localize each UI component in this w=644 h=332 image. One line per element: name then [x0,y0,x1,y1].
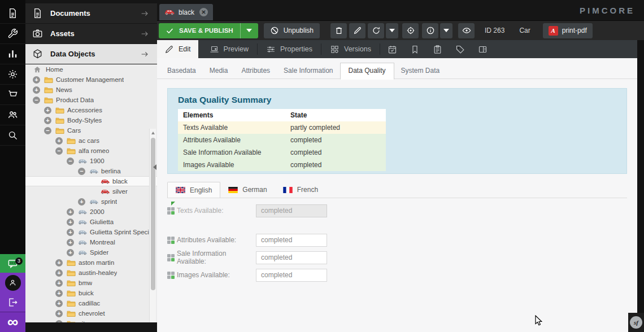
tab-sale-information[interactable]: Sale Information [277,63,340,79]
tab-system-data[interactable]: System Data [394,63,447,79]
panel-collapse-handle[interactable] [153,164,156,170]
language-tab-english[interactable]: English [167,182,220,198]
tree-item[interactable]: +Customer Management [25,75,157,85]
expand-icon[interactable]: + [55,290,63,297]
print-pdf-button[interactable]: A print-pdf [543,23,593,38]
collapse-icon[interactable]: − [78,168,85,175]
tree-item[interactable]: +citroen [25,318,157,322]
tools-rail-button[interactable] [0,24,25,44]
locate-in-tree-button[interactable] [402,23,419,38]
tree-item[interactable]: +buick [25,288,157,298]
tree-item[interactable]: +Spider [25,247,157,257]
delete-button[interactable] [330,23,347,38]
customers-rail-button[interactable] [0,105,25,125]
tags-button[interactable] [449,40,472,58]
expand-icon[interactable]: + [55,300,63,307]
mode-versions[interactable]: Versions [323,40,378,58]
scrollbar-thumb[interactable] [151,138,155,290]
expand-icon[interactable]: + [78,198,85,206]
accordion-documents[interactable]: Documents [25,3,157,23]
rename-button[interactable] [349,23,365,38]
tree-item[interactable]: +chevrolet [25,308,157,318]
expand-icon[interactable]: + [55,137,63,145]
tree-item[interactable]: −1900 [25,156,157,166]
tab-media[interactable]: Media [203,63,235,79]
images-available-field[interactable]: completed [256,269,327,282]
pimcore-logo-button[interactable]: ∞ [0,312,25,332]
tree-item[interactable]: +Body-Styles [25,115,157,125]
object-tab-black[interactable]: black ✕ [159,4,213,20]
expand-icon[interactable]: + [55,269,63,277]
sale-information-available-field[interactable]: completed [256,251,327,264]
expand-icon[interactable]: + [67,249,74,256]
reload-options-caret[interactable] [386,23,398,38]
scroll-up-arrow[interactable] [151,132,155,134]
tree-item[interactable]: +austin-healey [25,268,157,278]
expand-icon[interactable]: + [33,76,40,84]
logout-button[interactable] [0,292,25,312]
reload-button[interactable] [368,23,384,38]
unpublish-button[interactable]: Unpublish [264,23,320,38]
accordion-assets[interactable]: Assets [25,24,157,43]
tree-item[interactable]: +Gulietta Sprint Specia [25,227,157,237]
tab-attributes[interactable]: Attributes [234,63,277,79]
settings-rail-button[interactable] [0,64,25,85]
collapse-icon[interactable]: − [33,97,40,104]
ecommerce-rail-button[interactable] [0,85,25,105]
tree-item[interactable]: +Montreal [25,237,157,247]
reports-rail-button[interactable] [0,44,25,64]
collapse-icon[interactable]: − [44,127,51,134]
save-publish-button[interactable]: SAVE & PUBLISH [159,23,258,38]
language-tab-german[interactable]: German [220,182,275,198]
info-options-caret[interactable] [440,23,452,38]
preview-eye-button[interactable] [458,23,475,38]
tree-item[interactable]: −Cars [25,125,157,136]
notes-events-button[interactable] [404,40,427,58]
expand-icon[interactable]: + [67,239,74,246]
close-tab-icon[interactable]: ✕ [199,8,208,16]
expand-icon[interactable]: + [67,229,74,236]
collapse-icon[interactable]: − [67,158,74,165]
language-tab-french[interactable]: French [275,182,326,198]
mode-properties[interactable]: Properties [259,40,320,58]
tree-vertical-scrollbar[interactable] [149,129,156,322]
save-options-caret[interactable] [240,23,258,38]
notifications-button[interactable]: 3 [0,254,25,273]
mode-preview[interactable]: Preview [202,40,256,58]
symfony-debug-button[interactable]: sf [628,313,644,332]
tree-item[interactable]: −Product Data [25,95,157,105]
expand-icon[interactable]: + [55,279,63,287]
documents-rail-button[interactable] [0,3,25,24]
tree-item[interactable]: +sprint [25,196,157,207]
mode-edit[interactable]: Edit [157,40,198,58]
tab-data-quality[interactable]: Data Quality [340,63,394,80]
expand-icon[interactable]: + [67,208,74,216]
tree-item[interactable]: +cadillac [25,298,157,308]
scheduled-tasks-button[interactable] [381,40,404,58]
tree-item[interactable]: +News [25,85,157,95]
expand-icon[interactable]: + [44,107,51,114]
tree-item[interactable]: −berlina [25,166,157,176]
layout-button[interactable] [472,40,494,58]
tree-item[interactable]: +ac cars [25,136,157,146]
user-profile-button[interactable] [0,273,25,292]
expand-icon[interactable]: + [33,86,40,94]
tree-item-home[interactable]: Home [25,64,157,75]
tree-item[interactable]: +Accessories [25,105,157,115]
tree-item[interactable]: +2000 [25,207,157,217]
tree-item[interactable]: +Giulietta [25,217,157,227]
tree-item[interactable]: −alfa romeo [25,146,157,156]
info-button[interactable] [422,23,438,38]
attributes-available-field[interactable]: completed [256,234,327,247]
reports-button[interactable] [427,40,449,58]
search-rail-button[interactable] [0,125,25,146]
expand-icon[interactable]: + [55,259,63,267]
tree-item-selected[interactable]: +black [25,176,157,186]
collapse-icon[interactable]: − [55,147,63,155]
tree-item[interactable]: +bmw [25,278,157,288]
expand-icon[interactable]: + [55,310,63,317]
accordion-data-objects[interactable]: Data Objects [25,44,157,64]
expand-icon[interactable]: + [67,219,74,226]
tab-basedata[interactable]: Basedata [160,63,203,79]
tree-item[interactable]: +aston martin [25,257,157,268]
